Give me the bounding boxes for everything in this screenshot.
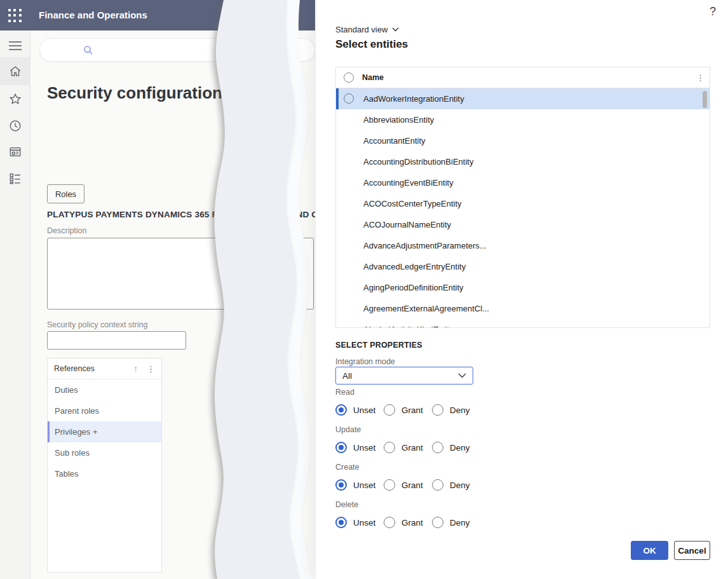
references-item[interactable]: Sub roles <box>48 442 161 463</box>
entity-row[interactable]: AbbreviationsEntity <box>336 109 710 130</box>
radio-button-icon[interactable] <box>432 517 443 528</box>
radio-option[interactable]: Grant <box>384 404 432 416</box>
screen: Finance and Operations <box>0 0 728 579</box>
radio-option[interactable]: Unset <box>335 517 384 528</box>
entity-row[interactable]: AccountantEntity <box>336 130 710 151</box>
app-header-bar: Finance and Operations <box>0 0 315 31</box>
entities-grid: Name ⋮ AadWorkerIntegrationEntity Abbrev… <box>335 67 710 328</box>
references-more-icon[interactable]: ⋮ <box>147 364 155 374</box>
entity-row[interactable]: AlcoholActivityKindEntity <box>336 319 710 328</box>
radio-button-icon[interactable] <box>335 404 347 416</box>
radio-option[interactable]: Unset <box>335 404 384 416</box>
radio-group-label: Update <box>335 425 513 435</box>
scrollbar-thumb[interactable] <box>703 91 707 108</box>
radio-option[interactable]: Grant <box>384 442 432 453</box>
news-workspace-icon[interactable] <box>0 138 30 166</box>
security-policy-label: Security policy context string <box>47 320 147 329</box>
integration-mode-value: All <box>342 371 352 381</box>
radio-button-icon[interactable] <box>432 404 443 416</box>
description-label: Description <box>47 226 87 235</box>
references-title: References <box>54 364 95 373</box>
role-heading-left-fragment: PLATYPUS PAYMENTS DYNAMICS 365 FINANCE <box>47 210 251 219</box>
app-launcher-icon[interactable] <box>8 9 22 23</box>
radio-groups: Read Unset Grant Deny Update Unset Grant… <box>335 388 513 538</box>
radio-button-icon[interactable] <box>384 442 395 453</box>
top-nav-bar <box>39 38 315 62</box>
view-selector-label: Standard view <box>335 25 388 34</box>
search-icon[interactable] <box>83 45 93 55</box>
favorites-star-icon[interactable] <box>0 85 30 113</box>
ok-button[interactable]: OK <box>631 541 668 560</box>
entity-row[interactable]: AdvancedLedgerEntryEntity <box>336 256 710 277</box>
radio-option[interactable]: Deny <box>432 404 480 416</box>
references-item[interactable]: Duties <box>48 379 161 400</box>
dialog-title: Select entities <box>335 38 408 51</box>
chevron-down-icon <box>392 27 399 32</box>
entity-row[interactable]: AdvanceAdjustmentParameters... <box>336 235 710 256</box>
description-textarea[interactable] <box>47 238 314 310</box>
references-panel: References ↑ ⋮ Duties Parent roles Privi… <box>47 358 162 573</box>
radio-button-icon[interactable] <box>335 479 347 491</box>
task-list-icon[interactable] <box>0 165 30 193</box>
integration-mode-dropdown[interactable]: All <box>335 367 473 385</box>
entity-row[interactable]: AccountingEventBiEntity <box>336 172 710 193</box>
menu-hamburger-icon[interactable] <box>0 32 30 60</box>
recent-clock-icon[interactable] <box>0 112 30 140</box>
references-item[interactable]: Parent roles <box>48 400 161 421</box>
radio-button-icon[interactable] <box>384 404 395 416</box>
home-icon[interactable] <box>0 57 30 85</box>
row-select-circle[interactable] <box>344 93 354 104</box>
radio-option[interactable]: Unset <box>335 442 384 453</box>
radio-group-label: Delete <box>335 500 513 510</box>
entities-list: AadWorkerIntegrationEntity Abbreviations… <box>336 88 710 328</box>
select-properties-heading: SELECT PROPERTIES <box>335 341 422 350</box>
help-icon[interactable]: ? <box>710 5 716 18</box>
radio-option[interactable]: Unset <box>335 479 384 491</box>
role-heading-right-fragment: NCE AND OPERA <box>269 210 315 219</box>
entity-row[interactable]: ACOJournalNameEntity <box>336 214 710 235</box>
radio-group: Read Unset Grant Deny <box>335 388 513 416</box>
radio-row: Unset Grant Deny <box>335 441 513 454</box>
radio-option[interactable]: Grant <box>384 479 432 491</box>
references-list: Duties Parent roles Privileges + Sub rol… <box>48 379 161 484</box>
radio-option[interactable]: Deny <box>432 479 480 491</box>
cancel-button[interactable]: Cancel <box>674 541 710 560</box>
entity-row[interactable]: ACOCostCenterTypeEntity <box>336 193 710 214</box>
references-item[interactable]: Privileges + <box>48 421 161 442</box>
entity-row[interactable]: AccountingDistributionBiEntity <box>336 151 710 172</box>
page-title: Security configuration <box>47 83 222 103</box>
select-entities-dialog: ? Standard view Select entities Name ⋮ A… <box>315 0 728 579</box>
app-title: Finance and Operations <box>39 0 147 31</box>
radio-button-icon[interactable] <box>384 479 395 491</box>
radio-button-icon[interactable] <box>432 479 443 491</box>
radio-option[interactable]: Deny <box>432 517 480 528</box>
grid-more-icon[interactable]: ⋮ <box>696 67 704 88</box>
integration-mode-label: Integration mode <box>335 357 395 366</box>
radio-group-label: Read <box>335 388 513 398</box>
select-all-circle[interactable] <box>344 72 354 83</box>
radio-button-icon[interactable] <box>384 517 395 528</box>
name-column-header: Name <box>362 67 384 88</box>
radio-option[interactable]: Grant <box>384 517 432 528</box>
radio-option[interactable]: Deny <box>432 442 480 453</box>
entity-row[interactable]: AgingPeriodDefinitionEntity <box>336 277 710 298</box>
sort-arrow-up-icon[interactable]: ↑ <box>133 364 138 374</box>
roles-toggle-button[interactable]: Roles <box>47 184 84 203</box>
entity-row[interactable]: AgreementExternalAgreementCl... <box>336 298 710 319</box>
radio-button-icon[interactable] <box>335 442 347 453</box>
page-tabs <box>47 116 95 122</box>
entity-row[interactable]: AadWorkerIntegrationEntity <box>336 88 710 109</box>
references-item[interactable]: Tables <box>48 463 161 484</box>
radio-row: Unset Grant Deny <box>335 404 513 416</box>
references-header: References ↑ ⋮ <box>48 358 161 379</box>
radio-group: Create Unset Grant Deny <box>335 463 513 491</box>
radio-button-icon[interactable] <box>335 517 347 528</box>
security-policy-input[interactable] <box>47 331 186 350</box>
radio-group: Delete Unset Grant Deny <box>335 500 513 529</box>
left-sidebar <box>0 31 30 579</box>
view-selector-dropdown[interactable]: Standard view <box>335 25 399 34</box>
radio-group-label: Create <box>335 463 513 473</box>
radio-button-icon[interactable] <box>432 442 443 453</box>
radio-group: Update Unset Grant Deny <box>335 425 513 454</box>
radio-row: Unset Grant Deny <box>335 479 513 491</box>
